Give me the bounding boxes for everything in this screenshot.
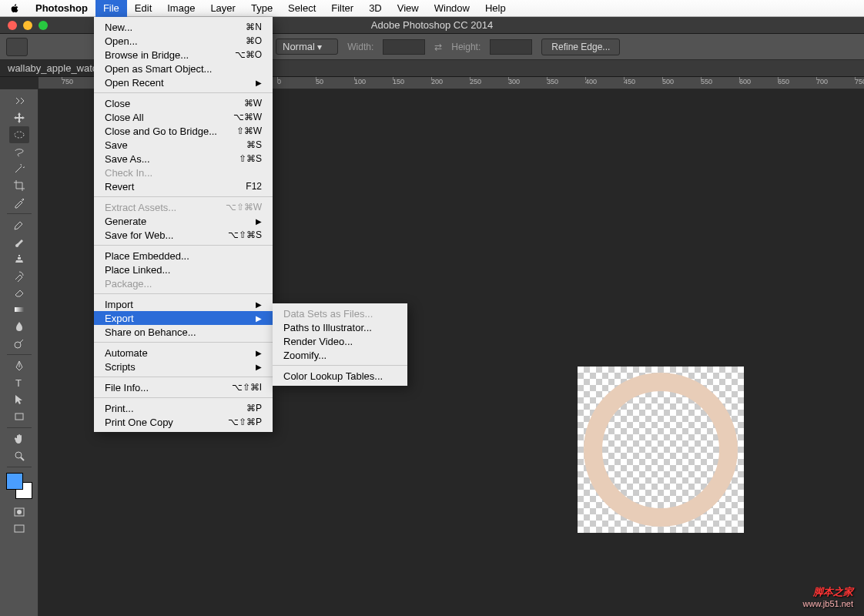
watermark: 脚本之家 www.jb51.net	[803, 585, 853, 608]
current-tool-icon[interactable]	[6, 38, 28, 56]
quick-mask-tool[interactable]	[9, 504, 29, 521]
menu-item-open-[interactable]: Open...⌘O	[94, 34, 273, 48]
menu-item-revert[interactable]: RevertF12	[94, 179, 273, 193]
menu-filter[interactable]: Filter	[323, 0, 361, 17]
hand-tool[interactable]	[9, 430, 29, 447]
path-selection-tool[interactable]	[9, 391, 29, 408]
file-menu-dropdown: New...⌘NOpen...⌘OBrowse in Bridge...⌥⌘OO…	[94, 17, 273, 432]
pen-tool[interactable]	[9, 357, 29, 374]
move-tool[interactable]	[9, 109, 29, 126]
brush-tool[interactable]	[9, 233, 29, 250]
export-submenu: Data Sets as Files...Paths to Illustrato…	[273, 303, 407, 386]
menu-item-export[interactable]: Export▶	[94, 311, 273, 325]
menu-item-share-on-behance-[interactable]: Share on Behance...	[94, 325, 273, 339]
menu-file[interactable]: File	[95, 0, 127, 17]
menu-item-close[interactable]: Close⌘W	[94, 96, 273, 110]
screen-mode-tool[interactable]	[9, 521, 29, 537]
submenu-item-data-sets-as-files-: Data Sets as Files...	[273, 306, 407, 320]
svg-point-7	[17, 510, 22, 514]
svg-point-2	[15, 342, 21, 348]
menu-item-close-all[interactable]: Close All⌥⌘W	[94, 110, 273, 124]
color-swatches[interactable]	[6, 473, 32, 499]
menu-window[interactable]: Window	[427, 0, 477, 17]
menu-item-import[interactable]: Import▶	[94, 297, 273, 311]
os-menubar: Photoshop File Edit Image Layer Type Sel…	[0, 0, 864, 17]
menu-item-check-in-: Check In...	[94, 166, 273, 179]
menu-item-print-[interactable]: Print...⌘P	[94, 401, 273, 415]
menu-help[interactable]: Help	[477, 0, 514, 17]
history-brush-tool[interactable]	[9, 267, 29, 284]
menu-item-open-as-smart-object-[interactable]: Open as Smart Object...	[94, 62, 273, 75]
menu-3d[interactable]: 3D	[361, 0, 390, 17]
gradient-tool[interactable]	[9, 301, 29, 318]
menu-item-package-: Package...	[94, 276, 273, 290]
ring-shape	[584, 373, 738, 527]
lasso-tool[interactable]	[9, 143, 29, 160]
menu-item-new-[interactable]: New...⌘N	[94, 20, 273, 34]
svg-rect-4	[15, 413, 23, 420]
apple-logo-icon	[9, 3, 20, 14]
healing-brush-tool[interactable]	[9, 216, 29, 233]
refine-edge-button[interactable]: Refine Edge...	[541, 38, 620, 55]
rectangle-tool[interactable]	[9, 408, 29, 425]
svg-rect-8	[15, 525, 24, 532]
window-close-button[interactable]	[8, 21, 17, 30]
menu-item-browse-in-bridge-[interactable]: Browse in Bridge...⌥⌘O	[94, 48, 273, 62]
menu-item-automate[interactable]: Automate▶	[94, 346, 273, 360]
menu-item-scripts[interactable]: Scripts▶	[94, 360, 273, 373]
height-label: Height:	[451, 42, 481, 52]
app-title: Adobe Photoshop CC 2014	[371, 19, 493, 31]
type-tool[interactable]: T	[9, 374, 29, 391]
blur-tool[interactable]	[9, 318, 29, 335]
svg-rect-1	[15, 307, 24, 312]
clone-stamp-tool[interactable]	[9, 250, 29, 267]
svg-text:T: T	[15, 377, 22, 389]
svg-point-5	[15, 452, 22, 458]
blend-mode-select[interactable]: Normal ▾	[276, 38, 338, 55]
eyedropper-tool[interactable]	[9, 194, 29, 211]
menu-edit[interactable]: Edit	[127, 0, 159, 17]
menu-item-save-for-web-[interactable]: Save for Web...⌥⇧⌘S	[94, 228, 273, 242]
magic-wand-tool[interactable]	[9, 160, 29, 177]
menu-item-print-one-copy[interactable]: Print One Copy⌥⇧⌘P	[94, 415, 273, 429]
menu-item-save[interactable]: Save⌘S	[94, 138, 273, 152]
dodge-tool[interactable]	[9, 335, 29, 352]
crop-tool[interactable]	[9, 177, 29, 194]
zoom-tool[interactable]	[9, 447, 29, 464]
menu-item-extract-assets-: Extract Assets...⌥⇧⌘W	[94, 200, 273, 214]
eraser-tool[interactable]	[9, 284, 29, 301]
menu-layer[interactable]: Layer	[203, 0, 243, 17]
svg-point-0	[15, 132, 24, 138]
menu-item-open-recent[interactable]: Open Recent▶	[94, 75, 273, 89]
width-label: Width:	[347, 42, 373, 52]
submenu-item-zoomify-[interactable]: Zoomify...	[273, 348, 407, 362]
menu-item-file-info-[interactable]: File Info...⌥⇧⌘I	[94, 380, 273, 394]
menu-select[interactable]: Select	[280, 0, 323, 17]
submenu-item-render-video-[interactable]: Render Video...	[273, 334, 407, 348]
menu-item-place-embedded-[interactable]: Place Embedded...	[94, 249, 273, 263]
swap-icon[interactable]: ⇄	[434, 42, 442, 52]
window-maximize-button[interactable]	[39, 21, 48, 30]
tab-toggle-icon[interactable]	[9, 92, 29, 109]
menu-view[interactable]: View	[390, 0, 427, 17]
marquee-tool[interactable]	[9, 126, 29, 143]
menu-image[interactable]: Image	[159, 0, 203, 17]
menu-item-generate[interactable]: Generate▶	[94, 214, 273, 228]
foreground-color[interactable]	[6, 473, 23, 490]
window-minimize-button[interactable]	[23, 21, 32, 30]
submenu-item-color-lookup-tables-[interactable]: Color Lookup Tables...	[273, 369, 407, 383]
menu-type[interactable]: Type	[243, 0, 280, 17]
menu-photoshop[interactable]: Photoshop	[28, 0, 95, 17]
document-canvas[interactable]	[578, 367, 744, 533]
height-input[interactable]	[490, 39, 532, 55]
menu-item-place-linked-[interactable]: Place Linked...	[94, 263, 273, 276]
menu-item-close-and-go-to-bridge-[interactable]: Close and Go to Bridge...⇧⌘W	[94, 124, 273, 138]
menu-item-save-as-[interactable]: Save As...⇧⌘S	[94, 152, 273, 166]
width-input[interactable]	[383, 39, 425, 55]
submenu-item-paths-to-illustrator-[interactable]: Paths to Illustrator...	[273, 320, 407, 334]
toolbox: T	[0, 89, 39, 616]
